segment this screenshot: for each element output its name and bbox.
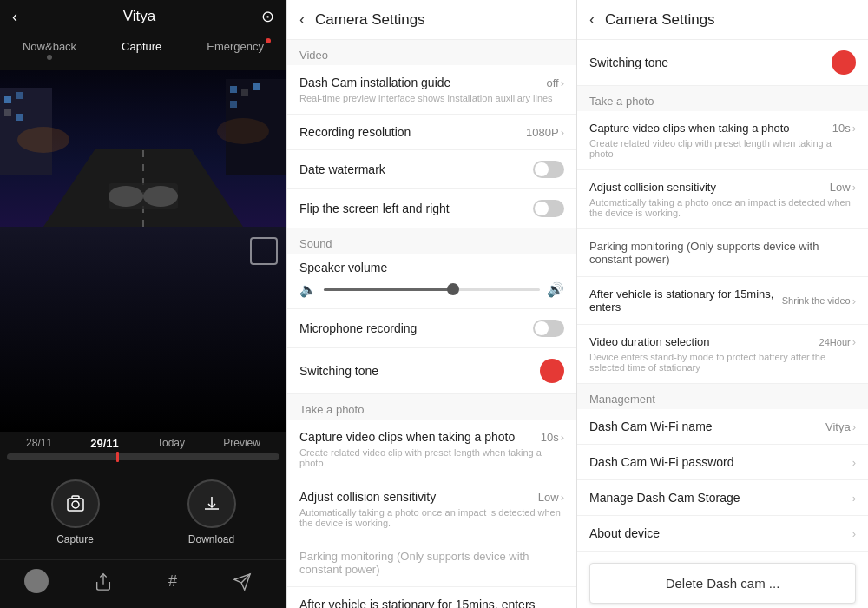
svg-rect-10 — [241, 89, 248, 96]
chevron-icon: › — [561, 491, 564, 504]
delete-dashcam-button[interactable]: Delete Dash cam ... — [589, 563, 856, 604]
svg-rect-15 — [108, 183, 178, 209]
download-icon — [187, 479, 236, 528]
middle-panel: ‹ Camera Settings Video Dash Cam install… — [286, 0, 577, 608]
right-section-photo: Take a photo — [577, 86, 868, 111]
tab-emergency[interactable]: Emergency — [200, 36, 271, 63]
timeline-label-28[interactable]: 28/11 — [26, 437, 52, 450]
aim-reticle — [250, 237, 278, 265]
right-panel-header: ‹ Camera Settings — [577, 0, 868, 40]
share-icon[interactable] — [83, 569, 123, 599]
chevron-icon: › — [852, 122, 856, 135]
right-panel-title: Camera Settings — [605, 11, 715, 29]
chevron-icon: › — [852, 456, 856, 469]
capture-icon — [51, 479, 100, 528]
download-button[interactable]: Download — [187, 479, 236, 545]
section-photo-label: Take a photo — [287, 394, 576, 420]
volume-row: 🔈 🔊 — [299, 281, 564, 298]
chevron-icon: › — [561, 126, 564, 139]
timeline-label-today[interactable]: Today — [157, 437, 185, 450]
capture-button[interactable]: Capture — [51, 479, 100, 545]
item-wifi-password[interactable]: Dash Cam Wi-Fi password › — [577, 445, 868, 480]
chevron-icon: › — [852, 294, 856, 307]
device-title: Vitya — [123, 8, 156, 25]
item-flip-screen[interactable]: Flip the screen left and right — [287, 189, 576, 228]
switching-tone-toggle[interactable] — [540, 359, 564, 383]
svg-rect-9 — [230, 86, 237, 93]
item-wifi-name[interactable]: Dash Cam Wi-Fi name Vitya › — [577, 409, 868, 445]
svg-point-17 — [217, 118, 269, 144]
item-right-switching-tone[interactable]: Switching tone — [577, 40, 868, 86]
item-switching-tone[interactable]: Switching tone — [287, 348, 576, 394]
svg-rect-18 — [68, 499, 83, 511]
nav-tabs: Now&back Capture Emergency — [0, 33, 286, 70]
delete-button-area: Delete Dash cam ... — [577, 552, 868, 608]
chevron-icon: › — [852, 420, 856, 433]
item-date-watermark[interactable]: Date watermark — [287, 150, 576, 189]
chevron-icon: › — [852, 527, 856, 540]
timeline-track[interactable] — [7, 453, 279, 460]
svg-rect-12 — [230, 101, 237, 108]
item-right-video-duration[interactable]: Video duration selection 24Hour › Device… — [577, 325, 868, 384]
volume-fill — [324, 288, 453, 291]
timeline-label-29[interactable]: 29/11 — [90, 437, 119, 450]
volume-low-icon: 🔈 — [299, 281, 317, 298]
volume-thumb[interactable] — [447, 283, 459, 295]
volume-track[interactable] — [324, 288, 540, 291]
item-parking-monitoring: Parking monitoring (Only supports device… — [287, 539, 576, 587]
svg-rect-4 — [4, 96, 11, 103]
middle-panel-header: ‹ Camera Settings — [287, 0, 576, 40]
settings-icon[interactable]: ⊙ — [261, 7, 274, 26]
timeline-marker — [116, 452, 119, 462]
section-sound-label: Sound — [287, 228, 576, 254]
item-right-stationary[interactable]: After vehicle is stationary for 15mins, … — [577, 277, 868, 325]
item-capture-video-clips[interactable]: Capture video clips when taking a photo … — [287, 420, 576, 479]
right-section-management: Management — [577, 384, 868, 409]
item-microphone[interactable]: Microphone recording — [287, 309, 576, 348]
item-manage-storage[interactable]: Manage Dash Cam Storage › — [577, 480, 868, 516]
middle-panel-title: Camera Settings — [315, 11, 425, 29]
item-collision-sensitivity[interactable]: Adjust collision sensitivity Low › Autom… — [287, 479, 576, 539]
volume-high-icon: 🔊 — [547, 281, 564, 298]
tab-capture[interactable]: Capture — [115, 36, 168, 63]
svg-point-16 — [17, 127, 69, 153]
middle-back-icon[interactable]: ‹ — [299, 10, 305, 29]
svg-point-19 — [72, 501, 79, 508]
top-bar: ‹ Vitya ⊙ — [0, 0, 286, 33]
capture-label: Capture — [56, 533, 94, 545]
date-watermark-toggle[interactable] — [533, 161, 564, 178]
back-icon[interactable]: ‹ — [12, 8, 17, 26]
hashtag-icon[interactable]: # — [158, 569, 187, 599]
chevron-icon: › — [561, 76, 564, 89]
control-buttons: Capture Download — [7, 479, 279, 545]
microphone-toggle[interactable] — [533, 320, 564, 337]
svg-rect-11 — [253, 83, 260, 90]
svg-rect-7 — [16, 114, 23, 121]
bottom-nav: # — [0, 559, 286, 608]
emergency-dot — [266, 38, 271, 43]
chevron-icon: › — [852, 492, 856, 505]
item-right-collision[interactable]: Adjust collision sensitivity Low › Autom… — [577, 170, 868, 229]
item-right-capture-clips[interactable]: Capture video clips when taking a photo … — [577, 111, 868, 170]
timeline-labels: 28/11 29/11 Today Preview — [0, 435, 286, 452]
right-back-icon[interactable]: ‹ — [589, 10, 595, 29]
right-switching-tone-toggle[interactable] — [832, 50, 856, 75]
item-about-device[interactable]: About device › — [577, 516, 868, 552]
item-stationary[interactable]: After vehicle is stationary for 15mins, … — [287, 587, 576, 608]
svg-rect-5 — [16, 92, 23, 99]
send-icon[interactable] — [222, 569, 262, 599]
timeline-label-preview[interactable]: Preview — [223, 437, 260, 450]
chevron-icon: › — [852, 335, 856, 348]
toggle-knob — [535, 202, 549, 215]
item-recording-resolution[interactable]: Recording resolution 1080P › — [287, 115, 576, 150]
right-panel: ‹ Camera Settings Switching tone Take a … — [577, 0, 868, 608]
section-video-label: Video — [287, 40, 576, 65]
tab-nowback[interactable]: Now&back — [16, 36, 83, 63]
item-dashcam-guide[interactable]: Dash Cam installation guide off › Real-t… — [287, 65, 576, 115]
download-label: Download — [188, 533, 234, 545]
toggle-knob — [535, 321, 549, 335]
avatar-icon[interactable] — [24, 569, 49, 593]
item-speaker-volume[interactable]: Speaker volume 🔈 🔊 — [287, 254, 576, 309]
left-panel: ‹ Vitya ⊙ Now&back Capture Emergency — [0, 0, 286, 608]
flip-screen-toggle[interactable] — [533, 200, 564, 217]
